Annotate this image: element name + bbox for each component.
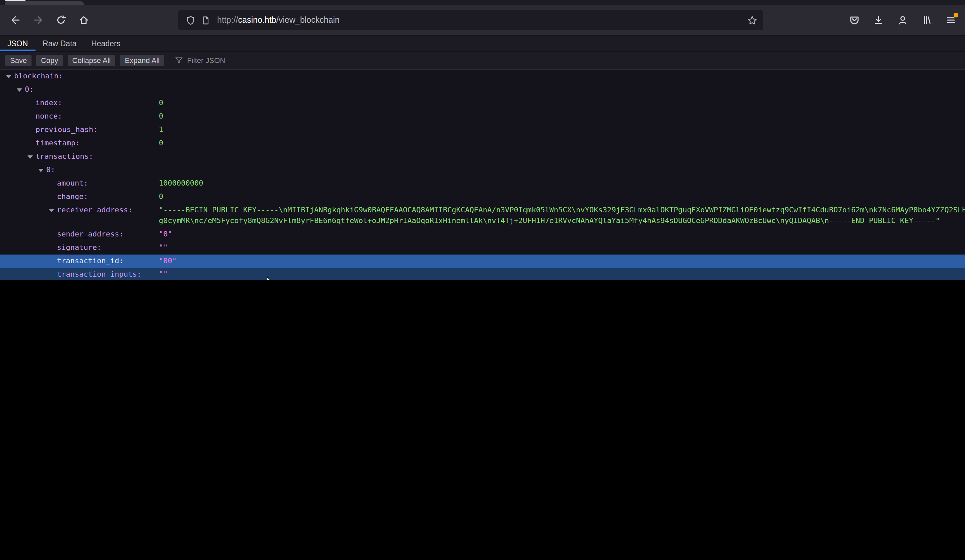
json-value: "" [159, 269, 965, 280]
pocket-icon [849, 15, 860, 25]
url-text[interactable]: http://casino.htb/view_blockchain [217, 15, 741, 25]
filter-json-input[interactable]: Filter JSON [175, 56, 225, 64]
expand-all-button[interactable]: Expand All [120, 55, 165, 66]
json-row[interactable]: 0: [0, 163, 965, 177]
json-value [159, 71, 965, 82]
json-value: 1000000000 [159, 178, 965, 189]
json-viewer-toolbar: Save Copy Collapse All Expand All Filter… [0, 52, 965, 70]
twisty-spacer [48, 178, 57, 189]
json-row[interactable]: transaction_id:"00" [0, 255, 965, 268]
json-value: 0 [159, 138, 965, 149]
collapse-arrow-icon[interactable] [38, 165, 46, 175]
json-value: 1 [159, 125, 965, 136]
save-button[interactable]: Save [5, 55, 31, 66]
json-key: 0: [25, 85, 34, 94]
json-key: blockchain: [14, 72, 63, 80]
browser-window: http://casino.htb/view_blockchain [0, 0, 965, 280]
pocket-button[interactable] [844, 10, 865, 30]
json-row[interactable]: 0: [0, 83, 965, 96]
tab-json-label: JSON [7, 39, 28, 47]
collapse-arrow-icon[interactable] [5, 71, 14, 82]
json-key: transaction_inputs: [57, 270, 141, 279]
url-path: /view_blockchain [276, 15, 340, 25]
library-button[interactable] [917, 10, 937, 30]
twisty-spacer [48, 269, 57, 280]
json-key: receiver_address: [57, 206, 132, 214]
tab-json[interactable]: JSON [0, 36, 35, 51]
copy-button[interactable]: Copy [36, 55, 63, 66]
json-row[interactable]: signature:"" [0, 241, 965, 255]
collapse-arrow-icon[interactable] [27, 152, 36, 162]
json-row[interactable]: nonce:0 [0, 110, 965, 123]
tab-headers-label: Headers [91, 39, 120, 47]
twisty-spacer [27, 98, 36, 109]
twisty-spacer [27, 138, 36, 149]
reload-icon [56, 15, 66, 25]
json-row[interactable]: timestamp:0 [0, 137, 965, 150]
tab-raw-data-label: Raw Data [43, 39, 77, 47]
downloads-button[interactable] [869, 10, 888, 30]
json-viewer-tabbar: JSON Raw Data Headers [0, 36, 965, 52]
account-button[interactable] [893, 10, 913, 30]
account-icon [897, 15, 908, 25]
twisty-spacer [27, 125, 36, 136]
json-row[interactable]: previous_hash:1 [0, 123, 965, 137]
json-key: 0: [46, 165, 55, 174]
json-key: transactions: [36, 152, 93, 161]
json-row[interactable]: index:0 [0, 96, 965, 110]
json-key: sender_address: [57, 230, 124, 238]
json-value: 0 [159, 111, 965, 122]
arrow-right-icon [33, 15, 44, 25]
twisty-spacer [48, 243, 57, 253]
reload-button[interactable] [51, 10, 71, 30]
json-key: transaction_id: [57, 256, 124, 265]
twisty-spacer [48, 256, 57, 266]
json-row[interactable]: transaction_inputs:"" [0, 268, 965, 280]
home-icon [79, 15, 89, 25]
library-icon [921, 15, 932, 25]
json-row[interactable]: transactions: [0, 150, 965, 163]
json-row[interactable]: receiver_address:"-----BEGIN PUBLIC KEY-… [0, 204, 965, 228]
collapse-arrow-icon[interactable] [48, 205, 57, 216]
tab-raw-data[interactable]: Raw Data [35, 36, 84, 51]
filter-funnel-icon [175, 56, 183, 64]
back-button[interactable] [5, 10, 25, 30]
json-value: "0" [159, 229, 965, 240]
json-row[interactable]: sender_address:"0" [0, 228, 965, 241]
json-row[interactable]: blockchain: [0, 70, 965, 83]
forward-button[interactable] [28, 10, 48, 30]
json-value: 0 [159, 98, 965, 109]
bookmark-button[interactable] [741, 15, 763, 25]
url-domain: casino.htb [238, 15, 276, 25]
tab-strip [0, 0, 965, 5]
collapse-all-button[interactable]: Collapse All [68, 55, 116, 66]
json-tree: blockchain:0:index:0nonce:0previous_hash… [0, 70, 965, 280]
json-key: previous_hash: [36, 125, 98, 134]
tab-headers[interactable]: Headers [84, 36, 128, 51]
twisty-spacer [48, 191, 57, 202]
active-tab-highlight [5, 0, 25, 2]
page-info-icon[interactable] [201, 15, 211, 25]
json-key: nonce: [36, 112, 62, 121]
json-value [159, 152, 965, 162]
toolbar-right-icons [844, 10, 961, 30]
url-protocol: http:// [217, 15, 238, 25]
url-bar[interactable]: http://casino.htb/view_blockchain [178, 10, 763, 30]
update-notification-dot [953, 12, 959, 18]
twisty-spacer [48, 229, 57, 240]
twisty-spacer [27, 111, 36, 122]
shield-icon[interactable] [186, 15, 196, 25]
menu-button[interactable] [941, 10, 961, 30]
json-key: amount: [57, 179, 88, 188]
json-row[interactable]: change:0 [0, 190, 965, 204]
navigation-toolbar: http://casino.htb/view_blockchain [0, 5, 965, 36]
json-value: "00" [159, 256, 965, 266]
download-icon [873, 15, 884, 25]
json-value: "" [159, 243, 965, 253]
collapse-arrow-icon[interactable] [16, 84, 25, 95]
filter-placeholder: Filter JSON [187, 56, 225, 64]
home-button[interactable] [74, 10, 94, 30]
json-value: "-----BEGIN PUBLIC KEY-----\nMIIBIjANBgk… [159, 205, 965, 227]
browser-tab[interactable] [5, 2, 84, 5]
json-row[interactable]: amount:1000000000 [0, 177, 965, 190]
